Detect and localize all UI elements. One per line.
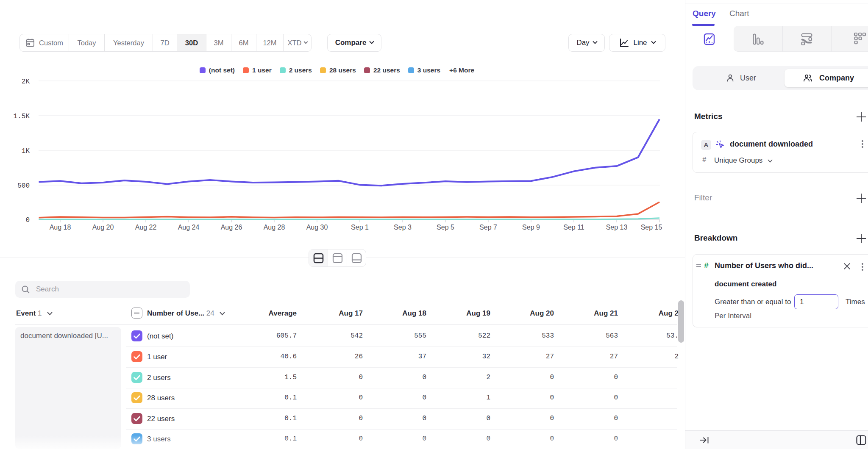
- svg-text:Sep 11: Sep 11: [563, 224, 584, 231]
- svg-text:Aug 30: Aug 30: [306, 224, 328, 231]
- svg-text:Aug 28: Aug 28: [264, 224, 285, 231]
- svg-text:1K: 1K: [22, 147, 30, 155]
- svg-text:Sep 3: Sep 3: [394, 224, 412, 231]
- svg-text:Aug 26: Aug 26: [221, 224, 242, 231]
- svg-text:500: 500: [17, 182, 30, 190]
- svg-text:Sep 9: Sep 9: [522, 224, 540, 231]
- svg-text:Sep 15: Sep 15: [641, 224, 662, 231]
- svg-text:Aug 24: Aug 24: [178, 224, 200, 231]
- svg-text:Aug 22: Aug 22: [135, 224, 157, 231]
- svg-text:Sep 5: Sep 5: [437, 224, 454, 231]
- svg-text:Aug 20: Aug 20: [92, 224, 114, 231]
- svg-text:Aug 18: Aug 18: [50, 224, 71, 231]
- svg-text:Sep 13: Sep 13: [606, 224, 628, 231]
- svg-text:Sep 1: Sep 1: [351, 224, 369, 231]
- svg-text:0: 0: [25, 216, 30, 224]
- svg-text:1.5K: 1.5K: [14, 113, 30, 120]
- svg-text:Sep 7: Sep 7: [479, 224, 497, 231]
- svg-text:2K: 2K: [22, 78, 30, 86]
